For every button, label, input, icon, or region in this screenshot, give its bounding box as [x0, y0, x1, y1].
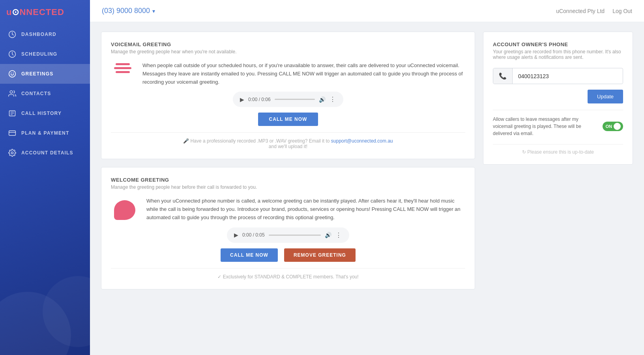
- play-icon[interactable]: ▶: [240, 96, 244, 103]
- sidebar-item-label: DASHBOARD: [21, 32, 56, 37]
- sidebar-item-call-history[interactable]: CALL HISTORY: [0, 103, 90, 123]
- email-note: 🎤 Have a professionally recorded .MP3 or…: [111, 132, 465, 149]
- toggle-on-label: ON: [606, 123, 612, 130]
- svg-rect-10: [9, 131, 16, 135]
- welcome-body-text: When your uConnected phone number is cal…: [146, 197, 465, 222]
- sidebar: u⊙NNECTED DASHBOARD SCHEDULING GREETINGS…: [0, 0, 90, 355]
- chevron-down-icon: ▾: [152, 8, 155, 14]
- ensure-note-text: Please ensure this is up-to-date: [527, 149, 594, 155]
- sidebar-item-plan-payment[interactable]: PLAN & PAYMENT: [0, 123, 90, 143]
- update-button[interactable]: Update: [588, 90, 623, 103]
- phone-prefix-icon: 📞: [493, 68, 513, 84]
- chat-icon-area: [111, 197, 139, 220]
- audio-progress-bar[interactable]: [275, 99, 315, 100]
- account-phone-title: ACCOUNT OWNER'S PHONE: [493, 41, 623, 47]
- chat-bubble-icon: [114, 200, 135, 220]
- volume-icon[interactable]: 🔊: [319, 96, 326, 103]
- scheduling-icon: [8, 50, 17, 58]
- voicemail-messages-toggle[interactable]: ON: [603, 122, 623, 131]
- welcome-audio-time: 0:00 / 0:05: [242, 232, 265, 238]
- sidebar-item-label: SCHEDULING: [21, 51, 57, 57]
- voicemail-body: When people call outside of your schedul…: [111, 62, 465, 86]
- app-logo: u⊙NNECTED: [6, 7, 64, 17]
- voicemail-greeting-card: VOICEMAIL GREETING Manage the greeting p…: [101, 32, 475, 159]
- account-details-icon: [8, 148, 17, 157]
- welcome-title: WELCOME GREETING: [111, 177, 465, 183]
- voicemail-icon-area: [111, 62, 135, 73]
- sidebar-item-scheduling[interactable]: SCHEDULING: [0, 44, 90, 64]
- sidebar-item-contacts[interactable]: CONTACTS: [0, 84, 90, 103]
- svg-point-12: [11, 152, 13, 154]
- remove-greeting-button[interactable]: REMOVE GREETING: [284, 248, 356, 262]
- voicemail-body-text: When people call outside of your schedul…: [142, 62, 465, 86]
- mic-icon: 🎤: [183, 138, 190, 144]
- email-note-suffix: and we'll upload it!: [269, 144, 307, 149]
- refresh-icon: ↻: [522, 149, 527, 155]
- voicemail-toggle-row: Allow callers to leave messages after my…: [493, 110, 623, 143]
- more-options-icon[interactable]: ⋮: [329, 96, 336, 103]
- welcome-greeting-card: WELCOME GREETING Manage the greeting peo…: [101, 167, 475, 289]
- welcome-more-options-icon[interactable]: ⋮: [335, 231, 342, 239]
- logout-button[interactable]: Log Out: [612, 8, 632, 14]
- account-phone-subtitle: Your greetings are recorded from this ph…: [493, 49, 623, 60]
- topbar-right: uConnected Pty Ltd Log Out: [556, 8, 632, 14]
- topbar: (03) 9000 8000 ▾ uConnected Pty Ltd Log …: [90, 0, 644, 22]
- left-column: VOICEMAIL GREETING Manage the greeting p…: [101, 32, 475, 346]
- contacts-icon: [8, 89, 17, 98]
- voicemail-call-me-now-button[interactable]: CALL ME NOW: [258, 113, 318, 126]
- company-name: uConnected Pty Ltd: [556, 8, 605, 14]
- voicemail-audio-player[interactable]: ▶ 0:00 / 0:06 🔊 ⋮: [233, 92, 343, 107]
- voicemail-subtitle: Manage the greeting people hear when you…: [111, 49, 465, 54]
- lines-icon: [114, 63, 131, 73]
- welcome-button-row: CALL ME NOW REMOVE GREETING: [111, 248, 465, 262]
- toggle-circle: [614, 123, 621, 130]
- phone-input-row: 📞: [493, 68, 623, 84]
- sidebar-item-label: ACCOUNT DETAILS: [21, 150, 73, 156]
- right-column: ACCOUNT OWNER'S PHONE Your greetings are…: [483, 32, 633, 346]
- sidebar-item-dashboard[interactable]: DASHBOARD: [0, 24, 90, 44]
- welcome-call-me-now-button[interactable]: CALL ME NOW: [221, 248, 278, 262]
- phone-number-text: (03) 9000 8000: [102, 7, 150, 15]
- sidebar-item-label: GREETINGS: [21, 71, 53, 77]
- welcome-audio-player[interactable]: ▶ 0:00 / 0:05 🔊 ⋮: [227, 227, 349, 243]
- account-owner-phone-card: ACCOUNT OWNER'S PHONE Your greetings are…: [483, 32, 633, 165]
- welcome-volume-icon[interactable]: 🔊: [325, 232, 331, 238]
- greetings-icon: [8, 69, 17, 78]
- sidebar-item-label: CONTACTS: [21, 91, 51, 96]
- audio-time: 0:00 / 0:06: [248, 97, 271, 102]
- welcome-body: When your uConnected phone number is cal…: [111, 197, 465, 222]
- sidebar-item-label: CALL HISTORY: [21, 111, 62, 116]
- voicemail-toggle-text: Allow callers to leave messages after my…: [493, 116, 598, 137]
- plan-payment-icon: [8, 129, 17, 137]
- welcome-subtitle: Manage the greeting people hear before t…: [111, 184, 465, 190]
- phone-number-input[interactable]: [513, 69, 623, 83]
- sidebar-item-label: PLAN & PAYMENT: [21, 130, 69, 136]
- welcome-audio-progress-bar[interactable]: [269, 235, 321, 236]
- phone-number-selector[interactable]: (03) 9000 8000 ▾: [102, 7, 155, 15]
- dashboard-icon: [8, 30, 17, 39]
- welcome-play-icon[interactable]: ▶: [234, 232, 238, 238]
- sidebar-item-greetings[interactable]: GREETINGS: [0, 64, 90, 84]
- email-note-prefix: Have a professionally recorded .MP3 or .…: [191, 138, 330, 144]
- logo-area: u⊙NNECTED: [0, 0, 90, 24]
- svg-point-5: [10, 91, 13, 94]
- ensure-note: ↻ Please ensure this is up-to-date: [493, 144, 623, 155]
- svg-point-2: [9, 71, 16, 77]
- call-history-icon: [8, 109, 17, 118]
- support-email-link[interactable]: support@uconnected.com.au: [331, 138, 393, 144]
- sidebar-item-account-details[interactable]: ACCOUNT DETAILS: [0, 143, 90, 163]
- voicemail-title: VOICEMAIL GREETING: [111, 41, 465, 47]
- members-note: ✓ Exclusively for STANDARD & COMPLETE me…: [111, 268, 465, 280]
- content-area: VOICEMAIL GREETING Manage the greeting p…: [90, 22, 644, 355]
- main-area: (03) 9000 8000 ▾ uConnected Pty Ltd Log …: [90, 0, 644, 355]
